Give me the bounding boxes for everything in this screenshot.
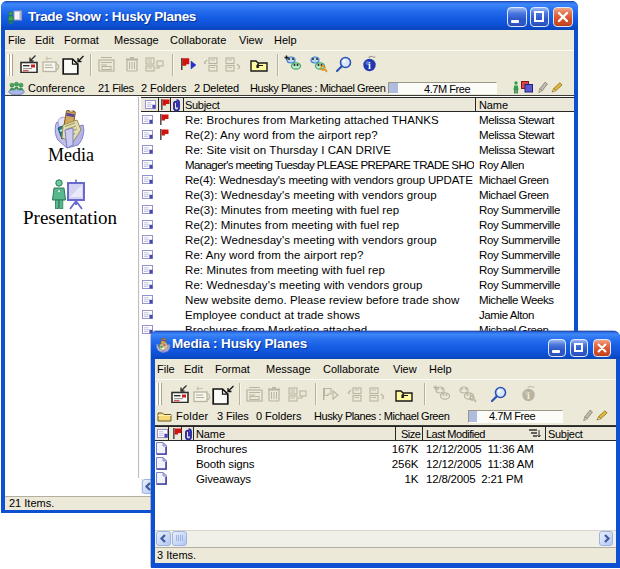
svg-text:i: i — [527, 390, 530, 401]
svg-text:i: i — [368, 60, 371, 71]
